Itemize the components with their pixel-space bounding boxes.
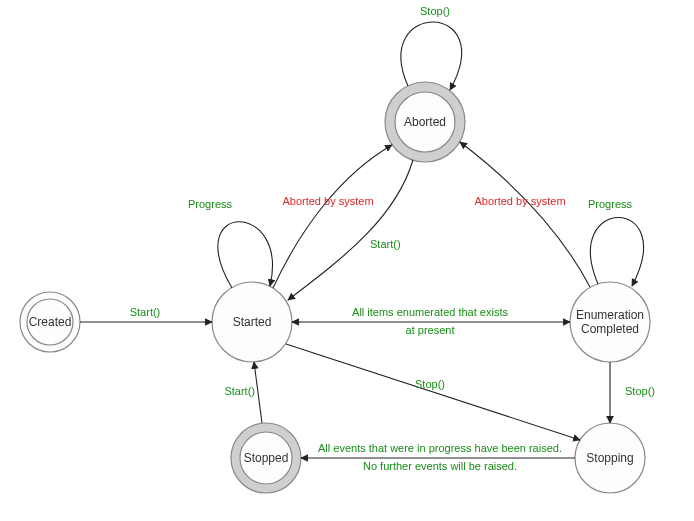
edge-started-self-label: Progress xyxy=(188,198,233,210)
edge-stopping-stopped-label-2: No further events will be raised. xyxy=(363,460,517,472)
edge-started-enum-label-2: at present xyxy=(406,324,455,336)
edge-created-started-label: Start() xyxy=(130,306,161,318)
edge-enum-self-label: Progress xyxy=(588,198,633,210)
state-stopping: Stopping xyxy=(575,423,645,493)
state-stopped: Stopped xyxy=(231,423,301,493)
state-aborted-label: Aborted xyxy=(404,115,446,129)
state-enum-label-1: Enumeration xyxy=(576,308,644,322)
edge-stopping-to-stopped: All events that were in progress have be… xyxy=(301,442,575,472)
state-stopping-label: Stopping xyxy=(586,451,633,465)
edge-aborted-self-stop: Stop() xyxy=(401,5,462,90)
edge-enum-aborted-label: Aborted by system xyxy=(474,195,565,207)
edge-started-to-aborted: Aborted by system xyxy=(273,145,392,288)
edge-started-aborted-label: Aborted by system xyxy=(282,195,373,207)
edge-started-enum-label-1: All items enumerated that exists xyxy=(352,306,508,318)
edge-started-to-stopping: Stop() xyxy=(286,344,580,440)
state-diagram: Created Started Aborted Enumeration Comp… xyxy=(0,0,694,521)
state-created-label: Created xyxy=(29,315,72,329)
edge-started-stopping-label: Stop() xyxy=(415,378,445,390)
edge-started-enum-bidir: All items enumerated that exists at pres… xyxy=(292,306,570,336)
edge-aborted-self-label: Stop() xyxy=(420,5,450,17)
edge-enum-to-stopping: Stop() xyxy=(610,362,655,423)
edge-enum-stopping-label: Stop() xyxy=(625,385,655,397)
state-started-label: Started xyxy=(233,315,272,329)
edge-created-to-started: Start() xyxy=(80,306,212,322)
edge-stopping-stopped-label-1: All events that were in progress have be… xyxy=(318,442,562,454)
edge-enum-self-progress: Progress xyxy=(588,198,644,286)
edge-stopped-to-started: Start() xyxy=(224,362,262,423)
state-enum-label-2: Completed xyxy=(581,322,639,336)
edge-aborted-to-started: Start() xyxy=(288,160,413,300)
state-started: Started xyxy=(212,282,292,362)
state-created: Created xyxy=(20,292,80,352)
edge-started-self-progress: Progress xyxy=(188,198,272,288)
state-aborted: Aborted xyxy=(385,82,465,162)
edge-stopped-started-label: Start() xyxy=(224,385,255,397)
state-stopped-label: Stopped xyxy=(244,451,289,465)
state-enumeration-completed: Enumeration Completed xyxy=(570,282,650,362)
edge-aborted-started-label: Start() xyxy=(370,238,401,250)
edge-enum-to-aborted: Aborted by system xyxy=(460,142,590,287)
